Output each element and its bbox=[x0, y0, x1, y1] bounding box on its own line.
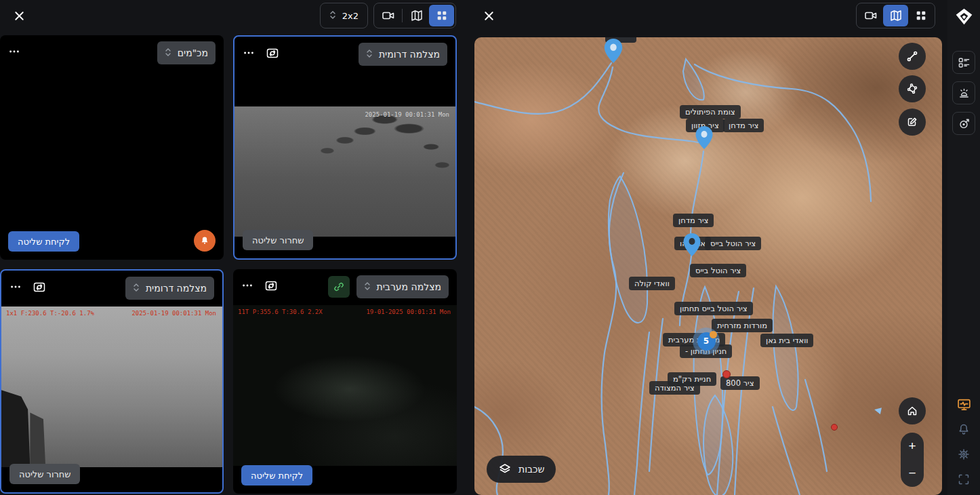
take-control-button[interactable]: לקיחת שליטה bbox=[241, 465, 312, 486]
switch-camera-icon[interactable] bbox=[33, 280, 46, 296]
camera-select[interactable]: מצלמה מערבית bbox=[356, 275, 449, 298]
camera-panel-radars[interactable]: מכ"מים לקיחת שליטה bbox=[0, 35, 224, 260]
monitoring-button[interactable] bbox=[952, 394, 975, 414]
map-label: צומת הפיתולים bbox=[680, 105, 741, 119]
release-control-button[interactable]: שחרור שליטה bbox=[243, 230, 313, 250]
camera-select[interactable]: מצלמה דרומית bbox=[359, 43, 447, 66]
pencil-square-icon bbox=[905, 115, 919, 129]
edit-tool-button[interactable] bbox=[899, 108, 926, 136]
map-pin[interactable] bbox=[603, 38, 624, 66]
home-button[interactable] bbox=[899, 397, 926, 424]
grid-size-select[interactable]: 2x2 bbox=[320, 3, 368, 28]
map-label: ציר הוטל בייס bbox=[705, 237, 761, 250]
video-structure bbox=[1, 306, 222, 467]
grid-view-button[interactable] bbox=[429, 5, 454, 26]
red-marker-dot bbox=[831, 424, 838, 431]
camera-select[interactable]: מכ"מים bbox=[157, 41, 216, 64]
zoom-out-button[interactable]: − bbox=[901, 460, 924, 487]
link-icon bbox=[333, 281, 345, 293]
close-icon[interactable] bbox=[476, 2, 501, 29]
map-label: ציר הוטל בייס bbox=[690, 264, 746, 277]
home-icon bbox=[905, 404, 919, 418]
polygon-tool-button[interactable] bbox=[899, 75, 926, 102]
linked-indicator[interactable] bbox=[328, 276, 350, 298]
app-logo-icon bbox=[955, 7, 973, 28]
bell-icon bbox=[199, 235, 210, 246]
panel-title: מצלמה דרומית bbox=[379, 49, 440, 60]
camera-select[interactable]: מצלמה דרומית bbox=[125, 277, 214, 300]
map-pin[interactable] bbox=[695, 125, 714, 153]
more-menu-icon[interactable] bbox=[8, 45, 20, 60]
video-feed[interactable]: 2025-01-19 00:01:31 Mon bbox=[234, 106, 455, 237]
sort-chevrons-icon bbox=[364, 281, 371, 294]
entities-list-button[interactable] bbox=[952, 51, 975, 74]
take-control-button[interactable]: לקיחת שליטה bbox=[8, 231, 79, 252]
fullscreen-button[interactable] bbox=[952, 469, 975, 490]
layers-button[interactable]: שכבות bbox=[487, 456, 556, 483]
cameras-toolbar: 2x2 bbox=[0, 0, 467, 31]
grid-size-value: 2x2 bbox=[342, 11, 359, 21]
orange-marker-dot bbox=[710, 331, 717, 338]
more-menu-icon[interactable] bbox=[243, 47, 255, 62]
notifications-button[interactable] bbox=[952, 419, 975, 439]
zoom-in-button[interactable]: + bbox=[901, 433, 924, 460]
panel-header: מצלמה דרומית bbox=[1, 271, 222, 306]
osd-timestamp: 2025-01-19 00:01:31 Mon bbox=[365, 111, 449, 118]
osd-telemetry: 1x1 F:230.6 T:-20.6 1.7% bbox=[6, 310, 94, 317]
list-details-icon bbox=[958, 56, 971, 69]
video-feed[interactable]: 1x1 F:230.6 T:-20.6 1.7% 2025-01-19 00:0… bbox=[1, 306, 222, 467]
map-pin[interactable] bbox=[682, 233, 701, 260]
camera-view-button[interactable] bbox=[375, 5, 401, 26]
more-menu-icon[interactable] bbox=[241, 279, 253, 294]
sort-chevrons-icon bbox=[366, 48, 373, 61]
measure-tool-button[interactable] bbox=[899, 43, 926, 70]
switch-camera-icon[interactable] bbox=[264, 279, 278, 295]
more-menu-icon[interactable] bbox=[9, 281, 22, 296]
camera-panel-south-1[interactable]: מצלמה דרומית 2025-01-19 00:01:31 Mon שחר… bbox=[233, 35, 457, 260]
osd-timestamp: 2025-01-19 00:01:31 Mon bbox=[131, 310, 216, 317]
view-toggle-group bbox=[856, 3, 935, 28]
map-label: ציר מדחן bbox=[723, 119, 764, 132]
red-marker-dot bbox=[722, 370, 731, 378]
map-view-button[interactable] bbox=[883, 5, 908, 26]
close-icon[interactable] bbox=[7, 2, 31, 29]
panel-header: מכ"מים bbox=[0, 35, 224, 71]
app-root: 2x2 מכ"מים לקיחת שליטה bbox=[0, 0, 980, 495]
grid-view-button[interactable] bbox=[908, 5, 933, 26]
panel-title: מכ"מים bbox=[178, 47, 208, 58]
sort-chevrons-icon bbox=[165, 47, 171, 60]
targets-button[interactable] bbox=[952, 112, 975, 135]
target-arrow-icon bbox=[958, 117, 971, 130]
camera-view-button[interactable] bbox=[858, 5, 883, 26]
blue-arrow-marker bbox=[874, 406, 882, 414]
sort-chevrons-icon bbox=[329, 9, 336, 22]
osd-telemetry: 11T P:355.6 T:30.6 2.2X bbox=[238, 309, 323, 315]
settings-button[interactable] bbox=[952, 444, 975, 464]
camera-panel-west[interactable]: מצלמה מערבית 11T P:355.6 T:30.6 2.2X 19-… bbox=[233, 269, 457, 494]
layers-label: שכבות bbox=[518, 464, 544, 475]
map-icon bbox=[410, 9, 424, 22]
map-label: מורדות מזרחית bbox=[712, 319, 773, 332]
map-canvas[interactable]: צומת הפיתולים ציר מזוון ציר מדחן ציר מדח… bbox=[474, 37, 942, 495]
alarms-button[interactable] bbox=[952, 81, 975, 104]
divider bbox=[402, 9, 403, 22]
map-label: ציר הוטל בייס תחתון bbox=[674, 302, 753, 315]
release-control-button[interactable]: שחרור שליטה bbox=[9, 464, 80, 484]
alert-bell-badge[interactable] bbox=[194, 230, 216, 252]
cluster-count: 5 bbox=[703, 336, 709, 346]
siren-icon bbox=[958, 87, 971, 100]
sort-chevrons-icon bbox=[133, 282, 140, 295]
panel-title: מצלמה דרומית bbox=[146, 283, 207, 294]
video-camera-icon bbox=[382, 9, 395, 22]
video-camera-icon bbox=[864, 9, 878, 22]
map-toolbar bbox=[467, 0, 947, 31]
map-view-button[interactable] bbox=[404, 5, 429, 26]
app-sidebar bbox=[947, 0, 980, 495]
monitor-pulse-icon bbox=[957, 397, 971, 412]
map-label: וואדי קולה bbox=[629, 277, 675, 290]
camera-panel-south-2[interactable]: מצלמה דרומית 1x1 F:230.6 T:-20.6 1.7% 20… bbox=[0, 269, 224, 494]
switch-camera-icon[interactable] bbox=[266, 46, 279, 62]
video-feed[interactable]: 11T P:355.6 T:30.6 2.2X 19-01-2025 00:01… bbox=[233, 305, 457, 466]
map-label: וואדי בית גאן bbox=[760, 334, 813, 347]
panel-header: מצלמה דרומית bbox=[234, 37, 455, 72]
